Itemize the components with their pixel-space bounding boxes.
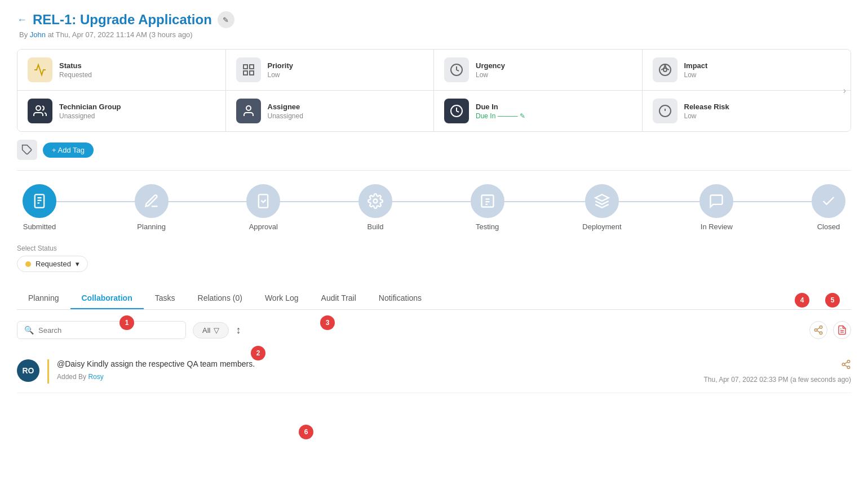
annotation-3: 3	[320, 315, 335, 330]
svg-point-30	[847, 360, 850, 363]
technician-group-icon-wrap	[28, 99, 52, 123]
tags-row: + Add Tag	[17, 140, 851, 160]
step-closed[interactable]: Closed	[812, 184, 845, 231]
comment-timestamp: Thu, Apr 07, 2022 02:33 PM (a few second…	[704, 376, 852, 384]
tabs-bar: Planning Collaboration Tasks Relations (…	[17, 288, 851, 310]
tab-notifications[interactable]: Notifications	[367, 288, 433, 309]
annotation-1: 1	[119, 315, 134, 330]
step-planning-label: Planning	[137, 222, 166, 231]
svg-rect-2	[243, 71, 247, 75]
due-in-icon-wrap	[444, 99, 469, 123]
step-approval-circle	[246, 184, 280, 218]
meta-card-urgency[interactable]: Urgency Low	[434, 50, 643, 91]
svg-line-34	[844, 362, 847, 364]
comment-item: RO @Daisy Kindly assign the respective Q…	[17, 350, 851, 393]
meta-card-priority[interactable]: Priority Low	[226, 50, 435, 91]
svg-point-25	[820, 332, 822, 335]
step-in-review-circle	[699, 184, 733, 218]
release-risk-icon-wrap	[653, 99, 677, 123]
step-planning[interactable]: Planning	[135, 184, 169, 231]
status-value: Requested	[59, 71, 92, 79]
tab-audit-trail[interactable]: Audit Trail	[310, 288, 367, 309]
pdf-icon-button[interactable]	[833, 321, 851, 339]
step-planning-circle	[135, 184, 169, 218]
tab-collaboration[interactable]: Collaboration	[70, 288, 144, 309]
step-closed-circle	[812, 184, 845, 218]
comments-list: RO @Daisy Kindly assign the respective Q…	[17, 350, 851, 393]
comment-author-link[interactable]: Rosy	[88, 373, 103, 381]
sort-button[interactable]: ↕	[236, 324, 241, 336]
comment-right: Thu, Apr 07, 2022 02:33 PM (a few second…	[704, 359, 852, 384]
status-icon-wrap	[28, 57, 52, 82]
impact-label: Impact	[684, 61, 708, 70]
annotation-5: 5	[825, 293, 840, 308]
meta-card-release-risk[interactable]: Release Risk Low	[643, 91, 851, 131]
filter-bar: 🔍 All ▽ ↕	[17, 321, 851, 339]
tab-tasks[interactable]: Tasks	[144, 288, 187, 309]
meta-cards-grid: Status Requested Priority Low Urgency Lo…	[17, 49, 851, 132]
comment-text: @Daisy Kindly assign the respective QA t…	[57, 359, 696, 368]
comment-meta: Added By Rosy	[57, 373, 696, 381]
meta-card-technician-group[interactable]: Technician Group Unassigned	[17, 91, 226, 131]
tab-relations[interactable]: Relations (0)	[187, 288, 254, 309]
urgency-label: Urgency	[476, 61, 505, 70]
svg-rect-3	[250, 71, 254, 75]
svg-point-6	[36, 106, 41, 110]
step-in-review-label: In Review	[701, 222, 733, 231]
due-in-label: Due In	[476, 103, 525, 111]
workflow-steps: Submitted Planning Approval Build	[17, 184, 851, 231]
step-approval[interactable]: Approval	[246, 184, 280, 231]
assignee-label: Assignee	[268, 103, 303, 111]
priority-value: Low	[268, 71, 294, 79]
search-icon: 🔍	[24, 326, 34, 335]
filter-all-button[interactable]: All ▽	[193, 322, 229, 338]
svg-point-24	[814, 329, 817, 332]
meta-card-due-in[interactable]: Due In Due In ——— ✎	[434, 91, 643, 131]
svg-line-33	[844, 365, 847, 367]
tab-work-log[interactable]: Work Log	[254, 288, 310, 309]
urgency-icon-wrap	[444, 57, 469, 82]
tab-planning[interactable]: Planning	[17, 288, 70, 309]
back-button[interactable]: ←	[17, 14, 27, 26]
status-dropdown[interactable]: Requested ▾	[17, 256, 88, 272]
step-deployment[interactable]: Deployment	[582, 184, 621, 231]
step-approval-label: Approval	[249, 222, 278, 231]
step-submitted[interactable]: Submitted	[23, 184, 56, 231]
step-closed-label: Closed	[817, 222, 840, 231]
step-deployment-label: Deployment	[582, 222, 621, 231]
status-dropdown-value: Requested	[36, 260, 71, 268]
step-build[interactable]: Build	[358, 184, 392, 231]
filter-funnel-icon: ▽	[214, 326, 219, 335]
svg-line-27	[817, 328, 820, 329]
priority-icon-wrap	[236, 57, 261, 82]
status-dropdown-chevron: ▾	[76, 260, 79, 268]
svg-rect-1	[250, 65, 254, 69]
author-link[interactable]: John	[30, 30, 46, 39]
release-risk-value: Low	[684, 112, 729, 120]
step-submitted-circle	[23, 184, 56, 218]
due-in-value: Due In ——— ✎	[476, 112, 525, 120]
add-tag-button[interactable]: + Add Tag	[43, 142, 94, 158]
comment-avatar: RO	[17, 359, 39, 382]
comment-share-icon[interactable]	[841, 359, 851, 372]
share-icon-button[interactable]	[809, 321, 827, 339]
svg-point-7	[246, 106, 251, 110]
meta-card-impact[interactable]: Impact Low	[643, 50, 851, 91]
meta-card-assignee[interactable]: Assignee Unassigned	[226, 91, 435, 131]
priority-label: Priority	[268, 61, 294, 70]
filter-all-label: All	[202, 326, 210, 335]
search-input[interactable]	[38, 326, 179, 335]
step-testing-circle	[471, 184, 504, 218]
comment-body: @Daisy Kindly assign the respective QA t…	[47, 359, 696, 384]
search-wrap: 🔍	[17, 321, 186, 339]
step-in-review[interactable]: In Review	[699, 184, 733, 231]
meta-card-status[interactable]: Status Requested	[17, 50, 226, 91]
impact-icon-wrap	[653, 57, 677, 82]
step-deployment-circle	[585, 184, 619, 218]
edit-title-button[interactable]: ✎	[218, 11, 234, 28]
release-risk-label: Release Risk	[684, 103, 729, 111]
step-testing[interactable]: Testing	[471, 184, 504, 231]
page-title: REL-1: Upgrade Application	[33, 12, 212, 28]
svg-rect-17	[259, 194, 268, 207]
chevron-right-icon: ›	[843, 86, 846, 96]
